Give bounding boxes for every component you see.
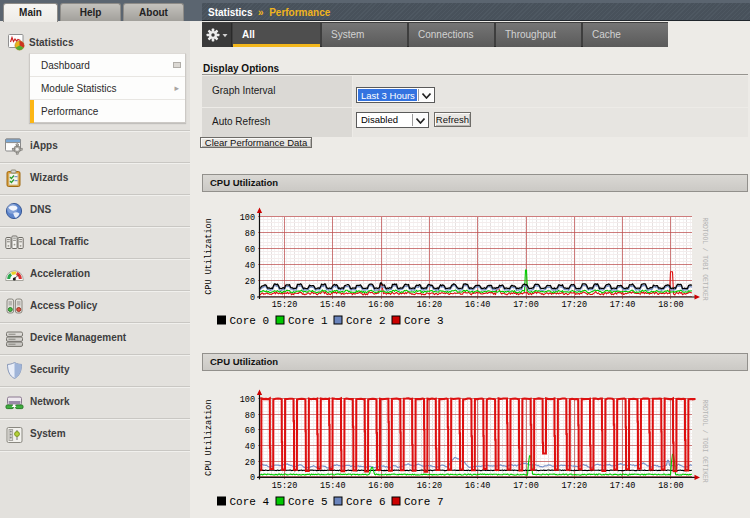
svg-text:60: 60: [245, 245, 255, 255]
svg-text:16:00: 16:00: [368, 300, 394, 310]
svg-text:15:20: 15:20: [272, 481, 298, 491]
svg-text:17:40: 17:40: [610, 481, 636, 491]
svg-text:40: 40: [245, 261, 255, 271]
svg-text:16:40: 16:40: [465, 300, 491, 310]
svg-text:20: 20: [245, 277, 255, 287]
svg-text:80: 80: [245, 229, 255, 239]
svg-text:Core 1: Core 1: [288, 315, 328, 327]
svg-text:0: 0: [250, 473, 255, 483]
svg-text:60: 60: [245, 426, 255, 436]
svg-text:Core 3: Core 3: [404, 315, 444, 327]
svg-text:16:20: 16:20: [417, 300, 443, 310]
svg-text:100: 100: [240, 395, 255, 405]
svg-text:17:00: 17:00: [513, 300, 539, 310]
svg-text:15:40: 15:40: [320, 300, 346, 310]
svg-text:100: 100: [240, 213, 255, 223]
svg-text:Core 4: Core 4: [230, 496, 270, 508]
svg-text:CPU Utilization: CPU Utilization: [204, 399, 214, 476]
svg-text:Core 6: Core 6: [346, 496, 386, 508]
svg-text:Core 7: Core 7: [404, 496, 444, 508]
svg-text:Core 5: Core 5: [288, 496, 328, 508]
svg-text:16:00: 16:00: [368, 481, 394, 491]
svg-text:0: 0: [250, 293, 255, 303]
svg-text:17:20: 17:20: [562, 481, 588, 491]
svg-text:16:20: 16:20: [417, 481, 443, 491]
svg-text:17:40: 17:40: [610, 300, 636, 310]
svg-text:18:00: 18:00: [658, 300, 684, 310]
svg-text:40: 40: [245, 442, 255, 452]
svg-text:18:00: 18:00: [658, 481, 684, 491]
svg-text:17:00: 17:00: [513, 481, 539, 491]
svg-text:CPU Utilization: CPU Utilization: [204, 218, 214, 295]
svg-text:17:20: 17:20: [562, 300, 588, 310]
svg-text:Core 2: Core 2: [346, 315, 386, 327]
svg-text:RRDTOOL / TOBI OETIKER: RRDTOOL / TOBI OETIKER: [701, 400, 708, 483]
svg-text:16:40: 16:40: [465, 481, 491, 491]
svg-text:15:20: 15:20: [272, 300, 298, 310]
svg-text:RRDTOOL / TOBI OETIKER: RRDTOOL / TOBI OETIKER: [701, 218, 708, 301]
svg-text:80: 80: [245, 411, 255, 421]
svg-text:20: 20: [245, 458, 255, 468]
svg-text:15:40: 15:40: [320, 481, 346, 491]
svg-text:Core 0: Core 0: [230, 315, 270, 327]
